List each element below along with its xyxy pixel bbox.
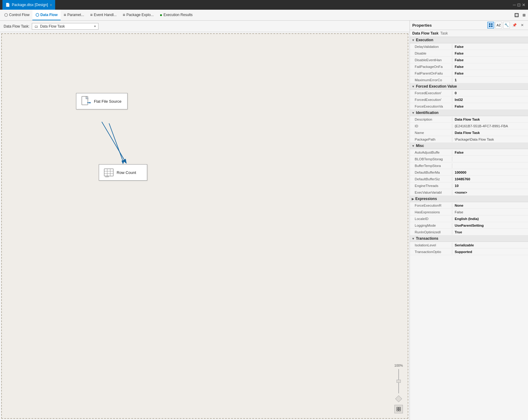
toggle-transactions: ▼ [412, 237, 415, 240]
properties-toolbar-icons: AZ 🔧 📌 ✕ [487, 22, 526, 28]
properties-wrench-btn[interactable]: 🔧 [503, 22, 510, 28]
prop-name-row: Name Data Flow Task [410, 129, 528, 136]
prop-value[interactable]: Int32 [452, 97, 528, 102]
prop-engine-threads: EngineThreads 10 [410, 182, 528, 189]
float-icon[interactable]: ⊡ [517, 2, 521, 7]
prop-run-optimized: RunInOptimizedI True [410, 229, 528, 235]
zoom-fit-button[interactable] [394, 405, 403, 413]
group-forced-execution[interactable]: ▼ Forced Execution Value [410, 83, 528, 90]
prop-value[interactable]: False [452, 71, 528, 76]
prop-value[interactable]: False [452, 58, 528, 62]
group-identification[interactable]: ▼ Identification [410, 110, 528, 116]
svg-rect-6 [104, 169, 113, 176]
nav-icon-1[interactable]: 🔲 [513, 13, 520, 17]
prop-value[interactable]: Supported [452, 249, 528, 254]
prop-value[interactable]: <none> [452, 190, 528, 195]
group-execution[interactable]: ▼ Execution [410, 37, 528, 43]
row-count-node[interactable]: 123 Row Count [99, 164, 147, 181]
prop-name: LoggingMode [410, 223, 452, 228]
zoom-slider-handle[interactable] [397, 380, 401, 383]
prop-value[interactable]: 100000 [452, 170, 528, 175]
tab-control-flow[interactable]: ⬡ Control Flow [1, 10, 32, 20]
tab-execution-results[interactable]: ● Execution Results [157, 10, 196, 20]
prop-transaction-optio: TransactionOptio Supported [410, 248, 528, 255]
param-icon: ≡ [64, 12, 66, 17]
group-expressions[interactable]: ▶ Expressions [410, 196, 528, 202]
prop-value[interactable] [452, 165, 528, 166]
prop-name: HasExpressions [410, 210, 452, 215]
prop-value[interactable]: None [452, 203, 528, 208]
design-canvas[interactable]: Flat File Source 123 Row Co [1, 33, 408, 419]
prop-value[interactable]: False [452, 104, 528, 109]
prop-value[interactable]: 1 [452, 78, 528, 82]
prop-value[interactable]: English (India) [452, 216, 528, 221]
tab-parameters-label: Paramet... [67, 13, 84, 17]
properties-pin-btn[interactable]: 📌 [511, 22, 518, 28]
prop-value[interactable]: Serializable [452, 243, 528, 248]
toggle-execution: ▼ [412, 38, 415, 42]
active-tab[interactable]: 📄 Package.dtsx [Design] ✕ [2, 0, 55, 10]
prop-exec-value-variabl: ExecValueVariabl <none> [410, 189, 528, 196]
prop-id: ID {E24161B7-551B-4FC7-8991-FBA [410, 123, 528, 129]
toggle-forced: ▼ [412, 85, 415, 88]
svg-rect-16 [489, 23, 490, 25]
prop-value[interactable]: False [452, 44, 528, 49]
prop-value[interactable]: \Package\Data Flow Task [452, 137, 528, 142]
prop-delay-validation: DelayValidation False [410, 43, 528, 50]
properties-close-btn[interactable]: ✕ [519, 22, 526, 28]
prop-value[interactable]: True [452, 230, 528, 235]
svg-rect-19 [491, 25, 493, 27]
prop-value[interactable]: False [452, 64, 528, 69]
prop-value[interactable]: False [452, 150, 528, 155]
dropdown-text: Data Flow Task [40, 24, 92, 28]
dropdown-icon: 🗂 [35, 24, 38, 28]
toggle-expressions: ▶ [412, 197, 414, 201]
properties-body: ▼ Execution DelayValidation False Disabl… [410, 37, 528, 420]
prop-name: AutoAdjustBuffe [410, 150, 452, 155]
group-misc[interactable]: ▼ Misc [410, 143, 528, 149]
flat-file-source-icon [81, 96, 91, 107]
prop-blob-temp: BLOBTempStorag [410, 156, 528, 162]
tab-close-btn[interactable]: ✕ [50, 3, 52, 7]
prop-name: ForceExecutionVa [410, 104, 452, 109]
prop-name: ForcedExecution' [410, 97, 452, 102]
prop-name: DisableEventHan [410, 58, 452, 62]
prop-value[interactable]: 10485760 [452, 177, 528, 182]
minimize-icon[interactable]: ─ [513, 2, 516, 7]
svg-rect-14 [397, 409, 398, 411]
prop-value[interactable]: Data Flow Task [452, 130, 528, 135]
row-count-icon: 123 [103, 167, 114, 178]
tab-event-handlers[interactable]: ≡ Event Handl... [87, 10, 120, 20]
tab-parameters[interactable]: ≡ Paramet... [61, 10, 87, 20]
prop-forced-exec-1: ForcedExecution' 0 [410, 90, 528, 96]
prop-value[interactable]: False [452, 51, 528, 56]
group-forced-label: Forced Execution Value [416, 84, 457, 88]
prop-value[interactable]: False [452, 210, 528, 215]
prop-value[interactable]: Data Flow Task [452, 117, 528, 122]
prop-value[interactable]: 10 [452, 183, 528, 188]
nav-icon-2[interactable]: ⊞ [521, 13, 527, 17]
tab-data-flow-label: Data Flow [40, 13, 58, 17]
prop-value[interactable]: UseParentSetting [452, 223, 528, 228]
title-bar: 📄 Package.dtsx [Design] ✕ ─ ⊡ ✕ [0, 0, 528, 10]
close-icon[interactable]: ✕ [522, 2, 526, 7]
group-transactions[interactable]: ▼ Transactions [410, 235, 528, 242]
properties-category-btn[interactable] [487, 22, 494, 28]
prop-value[interactable] [452, 158, 528, 160]
prop-name: TransactionOptio [410, 249, 452, 254]
wrench-icon: 🔧 [504, 23, 509, 27]
tab-package-explorer[interactable]: ≡ Package Explo... [120, 10, 157, 20]
prop-value[interactable]: 0 [452, 91, 528, 95]
zoom-diamond-handle[interactable] [395, 395, 402, 402]
prop-package-path: PackagePath \Package\Data Flow Task [410, 136, 528, 143]
prop-disable: Disable False [410, 50, 528, 57]
tab-data-flow[interactable]: ⬡ Data Flow [32, 10, 61, 20]
flat-file-source-node[interactable]: Flat File Source [76, 93, 128, 109]
data-flow-task-dropdown[interactable]: 🗂 Data Flow Task ▾ [32, 23, 98, 30]
nav-bar: ⬡ Control Flow ⬡ Data Flow ≡ Paramet... … [0, 10, 528, 21]
tab-package-explorer-label: Package Explo... [126, 13, 154, 17]
prop-force-exec-r: ForceExecutionR None [410, 202, 528, 209]
dropdown-arrow: ▾ [94, 25, 96, 28]
properties-alpha-btn[interactable]: AZ [495, 22, 502, 28]
prop-value[interactable]: {E24161B7-551B-4FC7-8991-FBA [452, 124, 528, 128]
